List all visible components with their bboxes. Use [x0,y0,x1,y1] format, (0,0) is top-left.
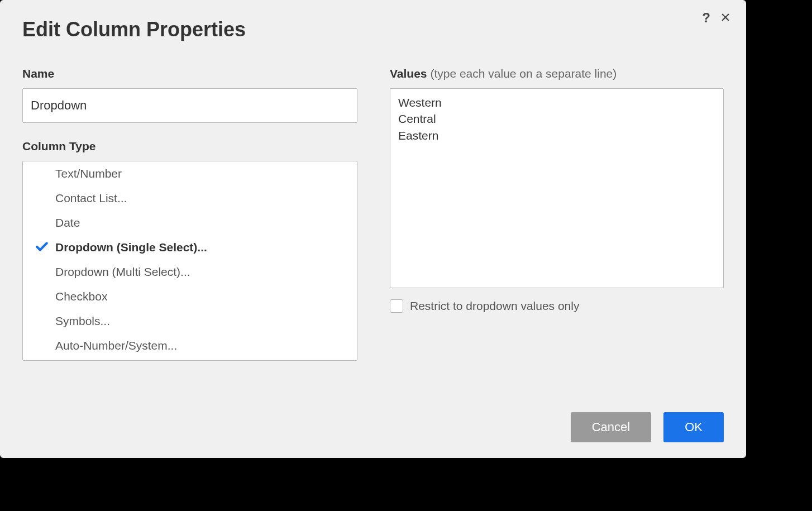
name-input[interactable] [22,88,357,123]
dialog-controls: ? [702,11,730,25]
column-type-option[interactable]: Auto-Number/System... [23,333,357,358]
column-type-option-label: Contact List... [55,192,127,205]
column-type-option-label: Symbols... [55,314,110,328]
column-type-option-label: Dropdown (Multi Select)... [55,265,190,279]
edit-column-dialog: ? Edit Column Properties Name Column Typ… [0,0,746,458]
restrict-checkbox[interactable] [390,299,403,313]
help-icon[interactable]: ? [702,11,710,25]
restrict-row: Restrict to dropdown values only [390,299,724,313]
dialog-footer: Cancel OK [571,412,724,442]
column-type-option-label: Auto-Number/System... [55,339,177,352]
right-column: Values (type each value on a separate li… [390,67,724,361]
column-type-list[interactable]: Text/NumberContact List...DateDropdown (… [22,161,357,361]
restrict-label[interactable]: Restrict to dropdown values only [410,299,580,313]
column-type-option-label: Date [55,216,80,230]
column-type-option[interactable]: Symbols... [23,309,357,333]
column-type-option[interactable]: Dropdown (Multi Select)... [23,260,357,284]
column-type-option[interactable]: Text/Number [23,161,357,186]
check-icon [35,239,49,256]
column-type-option[interactable]: Checkbox [23,284,357,309]
column-type-option[interactable]: Date [23,211,357,235]
column-type-option-label: Text/Number [55,167,122,180]
close-icon[interactable] [720,11,730,25]
content-row: Name Column Type Text/NumberContact List… [22,67,724,361]
values-textarea[interactable] [390,88,724,288]
values-label-text: Values [390,67,427,80]
name-label: Name [22,67,357,80]
left-column: Name Column Type Text/NumberContact List… [22,67,357,361]
ok-button[interactable]: OK [663,412,724,442]
values-hint: (type each value on a separate line) [430,67,617,80]
dialog-title: Edit Column Properties [22,18,724,41]
column-type-label: Column Type [22,140,357,153]
column-type-option[interactable]: Dropdown (Single Select)... [23,235,357,260]
values-label: Values (type each value on a separate li… [390,67,724,80]
column-type-option-label: Checkbox [55,290,107,303]
cancel-button[interactable]: Cancel [571,412,651,442]
column-type-option-label: Dropdown (Single Select)... [55,241,207,254]
column-type-option[interactable]: Contact List... [23,186,357,211]
check-column [28,239,55,256]
